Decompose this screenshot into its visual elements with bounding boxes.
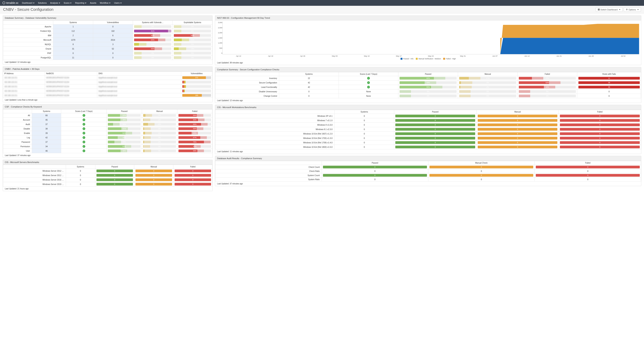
nav-users[interactable]: Users bbox=[114, 2, 122, 4]
switch-dashboard-button[interactable]: Switch Dashboard bbox=[596, 7, 622, 12]
status-bar[interactable]: 0 bbox=[560, 124, 640, 126]
status-bar[interactable]: 36 bbox=[578, 86, 640, 88]
table-row[interactable]: System Count000 bbox=[215, 173, 641, 178]
progress-pill[interactable]: 40% bbox=[178, 132, 211, 135]
status-bar[interactable]: 0 bbox=[478, 124, 558, 126]
status-bar[interactable]: 0 bbox=[96, 183, 133, 185]
progress-pill[interactable]: 30% bbox=[108, 136, 141, 139]
table-row[interactable]: Windows XP v3.1 0 0 0 0 bbox=[215, 114, 641, 118]
progress-pill[interactable]: 0% bbox=[174, 30, 211, 32]
status-bar[interactable]: 0 bbox=[323, 166, 427, 168]
table-row[interactable]: Secure Configuration 42 44% 3% 53% 39 bbox=[215, 81, 641, 85]
progress-pill[interactable]: 0% bbox=[174, 56, 211, 59]
table-row[interactable]: Windows 10 Ent (Rel 1703) v1.3.0 0 0 0 0 bbox=[215, 136, 641, 141]
status-bar[interactable]: 0 bbox=[395, 132, 475, 135]
status-bar[interactable]: 0 bbox=[395, 137, 475, 140]
table-row[interactable]: Windows Server 2012 … 0 0 0 0 bbox=[3, 169, 212, 173]
table-row[interactable]: 192.168.110.211 WORKGROUP\HOST-01234 tar… bbox=[3, 84, 212, 89]
progress-pill[interactable]: 4% bbox=[143, 150, 176, 152]
status-bar[interactable]: 0 bbox=[174, 174, 211, 177]
status-bar[interactable]: 0 bbox=[560, 141, 640, 144]
progress-pill[interactable]: 38% bbox=[108, 119, 141, 121]
nav-analysis[interactable]: Analysis bbox=[50, 2, 60, 4]
status-bar[interactable]: 0 bbox=[395, 146, 475, 148]
status-bar[interactable]: 0 bbox=[430, 174, 534, 177]
table-row[interactable]: Least Functionality 42 55% 2% 44% 36 bbox=[215, 85, 641, 89]
status-bar[interactable]: 0 bbox=[560, 132, 640, 135]
progress-pill[interactable]: 50% bbox=[174, 34, 211, 37]
table-row[interactable]: Permission 34 51% 1% 48% bbox=[3, 144, 212, 149]
progress-pill[interactable]: 64% bbox=[134, 38, 171, 41]
progress-pill[interactable]: 1% bbox=[143, 145, 176, 148]
progress-pill[interactable]: 3% bbox=[143, 136, 176, 139]
progress-pill[interactable]: 0% bbox=[400, 95, 457, 97]
progress-pill[interactable]: 17% bbox=[459, 77, 516, 80]
vuln-bar[interactable] bbox=[182, 90, 211, 92]
progress-pill[interactable]: 56% bbox=[178, 127, 211, 130]
table-row[interactable]: Disable 38 41% 3% 56% bbox=[3, 127, 212, 131]
progress-pill[interactable]: 44% bbox=[519, 86, 576, 88]
status-bar[interactable]: 0 bbox=[560, 115, 640, 117]
progress-pill[interactable]: 48% bbox=[178, 145, 211, 148]
progress-pill[interactable]: 23% bbox=[519, 77, 576, 80]
progress-pill[interactable]: 50% bbox=[134, 34, 171, 37]
progress-pill[interactable]: 6% bbox=[143, 132, 176, 135]
vuln-bar[interactable] bbox=[182, 81, 211, 83]
progress-pill[interactable]: 0% bbox=[519, 95, 576, 97]
status-bar[interactable]: 0 bbox=[323, 174, 427, 177]
status-bar[interactable]: 0 bbox=[395, 128, 475, 131]
legend-item[interactable]: Failed - High bbox=[443, 58, 456, 60]
table-row[interactable]: System Ratio000 bbox=[215, 178, 641, 181]
progress-pill[interactable]: 15% bbox=[143, 123, 176, 126]
status-bar[interactable]: 0 bbox=[174, 170, 211, 172]
status-bar[interactable]: 0 bbox=[478, 141, 558, 144]
area-chart[interactable]: 3,0002,5002,0001,5001,0005000 bbox=[222, 21, 639, 54]
status-bar[interactable]: 0 bbox=[96, 174, 133, 177]
table-row[interactable]: User 46 39% 4% 58% bbox=[3, 149, 212, 153]
status-bar[interactable]: 0 bbox=[395, 115, 475, 117]
table-row[interactable]: PostgreSQL 11 0 0% 0% bbox=[3, 55, 212, 60]
progress-pill[interactable]: 3% bbox=[143, 141, 176, 143]
status-bar[interactable]: 0 bbox=[395, 141, 475, 144]
progress-pill[interactable]: 3% bbox=[143, 127, 176, 130]
progress-pill[interactable]: 39% bbox=[108, 150, 141, 152]
progress-pill[interactable]: 69% bbox=[178, 123, 211, 126]
table-row[interactable]: PHP 0 0 0% 0% bbox=[3, 51, 212, 55]
progress-pill[interactable]: 2% bbox=[143, 119, 176, 121]
table-row[interactable]: Apache 1 0 0% 0% bbox=[3, 24, 212, 29]
progress-pill[interactable]: 53% bbox=[519, 81, 576, 84]
progress-pill[interactable]: 91% bbox=[134, 30, 171, 32]
table-row[interactable]: Audit 37 16% 15% 69% bbox=[3, 122, 212, 127]
table-row[interactable]: Windows 7 v3.1.0 0 0 0 0 bbox=[215, 118, 641, 123]
progress-pill[interactable]: 13% bbox=[134, 43, 171, 46]
table-row[interactable]: Check Count000 bbox=[215, 165, 641, 169]
table-row[interactable]: Change Control 0 None 0% 0% 0% 0 bbox=[215, 94, 641, 98]
progress-pill[interactable]: 54% bbox=[108, 132, 141, 135]
status-bar[interactable]: 11 bbox=[578, 77, 640, 80]
progress-pill[interactable]: 2% bbox=[459, 86, 516, 88]
legend-item[interactable]: Manual Verification - Medium bbox=[416, 58, 441, 60]
nav-solutions[interactable]: Solutions bbox=[38, 2, 47, 4]
table-row[interactable]: IBM 2 6 50% 50% bbox=[3, 33, 212, 38]
logo[interactable]: tenable.sc bbox=[2, 1, 18, 4]
status-bar[interactable]: 0 bbox=[560, 119, 640, 122]
table-row[interactable]: 192.168.110.211 WORKGROUP\HOST-01234 tar… bbox=[3, 80, 212, 84]
progress-pill[interactable]: 56% bbox=[178, 114, 211, 117]
progress-pill[interactable]: 0% bbox=[174, 25, 211, 28]
vuln-bar[interactable]: 285 bbox=[182, 94, 211, 97]
status-bar[interactable]: 39 bbox=[578, 81, 640, 84]
table-row[interactable]: Password 37 20% 3% 78% bbox=[3, 140, 212, 144]
status-bar[interactable]: 0 bbox=[560, 137, 640, 140]
table-row[interactable]: Disable Unnecessary 0 None 0% 0% 0% 0 bbox=[215, 89, 641, 94]
status-bar[interactable]: 0 bbox=[478, 128, 558, 131]
status-bar[interactable]: 0 bbox=[136, 174, 172, 177]
status-bar[interactable]: 0 bbox=[136, 170, 172, 172]
vuln-bar[interactable]: 372 bbox=[182, 76, 211, 79]
status-bar[interactable]: 0 bbox=[96, 178, 133, 181]
status-bar[interactable]: 0 bbox=[395, 124, 475, 126]
table-row[interactable]: Microsoft 1379 2014 64% 21% bbox=[3, 38, 212, 42]
nav-scans[interactable]: Scans bbox=[64, 2, 72, 4]
progress-pill[interactable]: 0% bbox=[174, 43, 211, 46]
progress-pill[interactable]: 44% bbox=[400, 81, 457, 84]
progress-pill[interactable]: 0% bbox=[459, 95, 516, 97]
